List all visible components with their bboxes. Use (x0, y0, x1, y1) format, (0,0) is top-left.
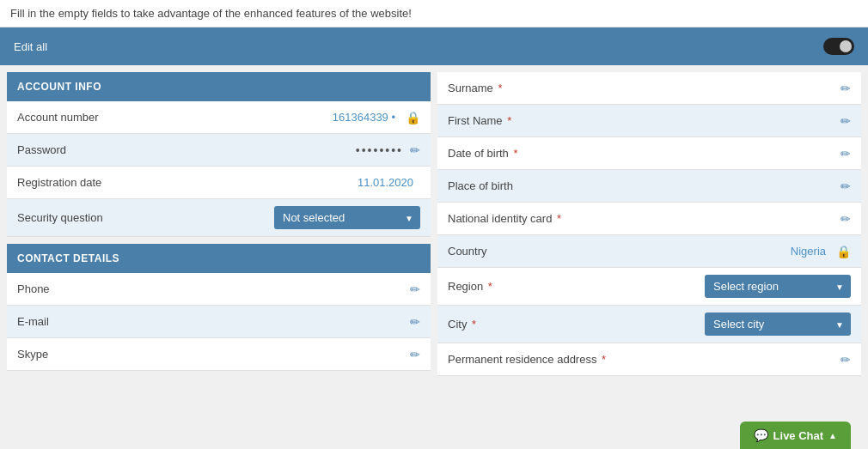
city-row: City * Select city (437, 306, 861, 343)
city-label: City * (448, 318, 705, 331)
skype-row: Skype ✏ (7, 338, 431, 371)
region-row: Region * Select region (437, 268, 861, 306)
contact-details-header: CONTACT DETAILS (7, 244, 431, 273)
registration-date-value: 11.01.2020 (358, 176, 413, 189)
password-edit-icon[interactable]: ✏ (410, 143, 420, 157)
dob-label: Date of birth * (448, 147, 840, 160)
surname-edit-icon[interactable]: ✏ (840, 82, 851, 95)
edit-all-toggle[interactable] (823, 38, 854, 55)
security-question-label: Security question (17, 211, 274, 224)
region-dropdown[interactable]: Select region (705, 275, 851, 298)
registration-date-label: Registration date (17, 176, 358, 189)
password-row: Password •••••••• ✏ (7, 134, 431, 167)
surname-required: * (498, 82, 502, 94)
phone-label: Phone (17, 282, 410, 295)
account-number-lock-icon: 🔒 (406, 111, 420, 124)
nic-label: National identity card * (448, 212, 840, 225)
firstname-required: * (507, 114, 511, 127)
security-question-row: Security question Not selected (7, 199, 431, 237)
pob-label: Place of birth (448, 179, 840, 192)
top-banner: Fill in the empty fields to take advanta… (0, 0, 868, 27)
nic-required: * (557, 212, 561, 225)
firstname-edit-icon[interactable]: ✏ (840, 114, 851, 128)
edit-all-label: Edit all (14, 40, 47, 53)
surname-row: Surname * ✏ (437, 72, 861, 105)
nic-row: National identity card * ✏ (437, 203, 861, 235)
city-required: * (472, 318, 476, 331)
region-select-wrapper: Select region (705, 275, 851, 298)
firstname-row: First Name * ✏ (437, 105, 861, 137)
dob-edit-icon[interactable]: ✏ (840, 147, 851, 161)
email-row: E-mail ✏ (7, 306, 431, 338)
account-info-section: ACCOUNT INFO Account number 161364339 • … (7, 72, 431, 237)
surname-label: Surname * (448, 82, 840, 94)
address-label: Permanent residence address * (448, 353, 840, 366)
region-required: * (488, 280, 492, 293)
dob-row: Date of birth * ✏ (437, 137, 861, 170)
email-edit-icon[interactable]: ✏ (410, 315, 420, 329)
password-value: •••••••• (356, 143, 403, 157)
phone-row: Phone ✏ (7, 273, 431, 306)
city-dropdown[interactable]: Select city (705, 312, 851, 336)
account-number-label: Account number (17, 111, 333, 124)
firstname-label: First Name * (448, 114, 840, 127)
right-panel: Surname * ✏ First Name * ✏ Date of birth… (437, 72, 861, 376)
account-info-header: ACCOUNT INFO (7, 72, 431, 101)
skype-edit-icon[interactable]: ✏ (410, 348, 420, 361)
edit-all-bar: Edit all (0, 27, 868, 65)
region-label: Region * (448, 280, 705, 293)
nic-edit-icon[interactable]: ✏ (840, 212, 851, 226)
security-question-wrapper: Not selected (274, 206, 420, 229)
account-number-value: 161364339 • (333, 111, 395, 124)
contact-details-section: CONTACT DETAILS Phone ✏ E-mail ✏ Skype ✏ (7, 244, 431, 371)
city-select-wrapper: Select city (705, 312, 851, 336)
country-value: Nigeria (791, 245, 826, 258)
password-label: Password (17, 143, 356, 156)
country-row: Country Nigeria 🔒 (437, 235, 861, 268)
email-label: E-mail (17, 315, 410, 328)
pob-row: Place of birth ✏ (437, 170, 861, 203)
address-edit-icon[interactable]: ✏ (840, 353, 851, 367)
account-number-row: Account number 161364339 • 🔒 (7, 101, 431, 134)
skype-label: Skype (17, 348, 410, 361)
country-lock-icon: 🔒 (836, 245, 851, 258)
address-required: * (602, 353, 606, 366)
phone-edit-icon[interactable]: ✏ (410, 282, 420, 296)
country-label: Country (448, 245, 791, 258)
security-question-dropdown[interactable]: Not selected (274, 206, 420, 229)
dob-required: * (513, 147, 517, 160)
registration-date-row: Registration date 11.01.2020 (7, 167, 431, 199)
pob-edit-icon[interactable]: ✏ (840, 179, 851, 193)
left-panel: ACCOUNT INFO Account number 161364339 • … (7, 72, 431, 376)
address-row: Permanent residence address * ✏ (437, 343, 861, 376)
banner-text: Fill in the empty fields to take advanta… (10, 7, 412, 20)
